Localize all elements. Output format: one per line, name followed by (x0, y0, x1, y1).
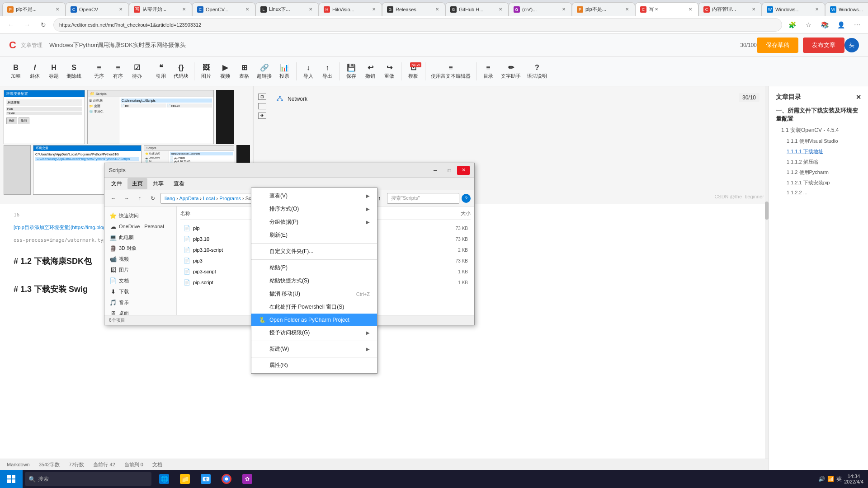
back-button[interactable]: ← (5, 19, 17, 31)
fe-sidebar-pictures[interactable]: 🖼 图片 (107, 264, 174, 275)
fe-back-btn[interactable]: ← (108, 193, 119, 204)
outline-close-btn[interactable]: ✕ (856, 94, 861, 101)
scroll-thumb[interactable] (765, 202, 769, 220)
outline-item-h3-3[interactable]: 1.1.2 使用Pycharm (776, 169, 861, 176)
outline-item-h1[interactable]: 一、所需文件下载安装及环境变量配置 (776, 107, 861, 123)
fe-help-btn[interactable]: ? (462, 194, 471, 203)
fe-sidebar-documents[interactable]: 📄 文档 (107, 275, 174, 286)
taskbar-search[interactable]: 🔍 搜索 (25, 472, 151, 486)
fe-sidebar-music[interactable]: 🎵 音乐 (107, 297, 174, 308)
taskbar-app-mail[interactable]: 📧 (195, 470, 216, 488)
fe-sidebar-this-pc[interactable]: 💻 此电脑 (107, 232, 174, 243)
toolbar-link[interactable]: 🔗 超链接 (254, 61, 274, 81)
article-title[interactable]: Windows下Python调用海康SDK实时显示网络摄像头 (49, 41, 186, 49)
fe-path-appdata[interactable]: AppData (179, 196, 198, 201)
fe-path-programs[interactable]: Programs (219, 196, 241, 201)
taskbar-clock[interactable]: 14:34 2022/4/4 (844, 474, 863, 484)
save-draft-button[interactable]: 保存草稿 (757, 38, 798, 53)
ctx-item-new[interactable]: 新建(W) ▶ (251, 343, 377, 356)
toolbar-strikethrough[interactable]: S 删除线 (64, 62, 84, 81)
tab-hik[interactable]: H HikVisio... ✕ (319, 2, 382, 16)
tab-win2[interactable]: W Windows... ✕ (825, 2, 868, 16)
tab-close[interactable]: ✕ (814, 6, 820, 13)
toolbar-italic[interactable]: I 斜体 (26, 62, 44, 81)
start-button[interactable] (0, 470, 23, 488)
tab-close[interactable]: ✕ (181, 6, 187, 13)
tab-editor-active[interactable]: C 写 × ✕ (635, 2, 698, 16)
ctx-item-paste[interactable]: 粘贴(P) (251, 261, 377, 274)
fe-sidebar-downloads[interactable]: ⬇ 下载 (107, 286, 174, 297)
forward-button[interactable]: → (21, 19, 33, 31)
toolbar-writing-assist[interactable]: ✏ 文字助手 (498, 61, 524, 81)
outline-item-h3-1[interactable]: 1.1.1 使用Visual Studio (776, 138, 861, 145)
tab-github[interactable]: G GitHub H... ✕ (445, 2, 509, 16)
fe-sidebar-onedrive[interactable]: ☁ OneDrive - Personal (107, 221, 174, 232)
toolbar-code[interactable]: {} 代码块 (171, 62, 191, 81)
fe-close-btn[interactable]: ✕ (457, 166, 470, 175)
tab-close[interactable]: ✕ (307, 6, 314, 13)
tab-opencv1[interactable]: C OpenCV ✕ (66, 2, 129, 16)
taskbar-app-browser-edge[interactable]: 🌐 (154, 470, 175, 488)
toolbar-quote[interactable]: ❝ 引用 (152, 61, 170, 81)
ctx-item-customize[interactable]: 自定义文件夹(F)... (251, 245, 377, 258)
ctx-item-paste-shortcut[interactable]: 粘贴快捷方式(S) (251, 274, 377, 287)
settings-button[interactable]: ⋯ (851, 19, 863, 31)
ctx-item-pycharm[interactable]: 🐍 Open Folder as PyCharm Project (251, 314, 377, 326)
taskbar-app-file-explorer[interactable]: 📁 (175, 470, 195, 488)
tab-close[interactable]: ✕ (118, 6, 124, 13)
tab-close[interactable]: ✕ (54, 6, 61, 13)
ctx-item-refresh[interactable]: 刷新(E) (251, 229, 377, 242)
fe-path-local[interactable]: Local (203, 196, 215, 201)
tab-close[interactable]: ✕ (497, 6, 504, 13)
volume-icon[interactable]: 🔊 (818, 476, 825, 482)
toolbar-syntax[interactable]: ? 语法说明 (524, 62, 550, 81)
toolbar-template[interactable]: ⊡ 模板 NEW (404, 61, 422, 81)
toolbar-rich-editor[interactable]: ≡ 使用富文本编辑器 (428, 62, 473, 81)
tab-pip2[interactable]: P pip不是... ✕ (572, 2, 635, 16)
fe-sidebar-quick-access[interactable]: ⭐ 快速访问 (107, 210, 174, 221)
tab-misc[interactable]: ✿ (ο'ν')... ✕ (509, 2, 572, 16)
scroll-bar[interactable] (765, 86, 769, 470)
favorites-button[interactable]: ☆ (802, 19, 815, 31)
outline-item-h3-5[interactable]: 1.1.2.2 ... (776, 190, 861, 195)
ctx-item-view[interactable]: 查看(V) ▶ (251, 189, 377, 202)
toolbar-redo[interactable]: ↪ 重做 (380, 61, 398, 81)
toolbar-ordered[interactable]: ≡ 有序 (109, 62, 127, 81)
taskbar-app-misc2[interactable]: ✿ (237, 470, 258, 488)
tab-close[interactable]: ✕ (624, 6, 630, 13)
tab-linux[interactable]: L Linux下... ✕ (255, 2, 319, 16)
toolbar-export[interactable]: ↑ 导出 (318, 62, 336, 81)
toolbar-vote[interactable]: 📊 投票 (275, 61, 293, 81)
toolbar-bold[interactable]: B 加粗 (7, 62, 25, 81)
user-avatar[interactable]: 头 (844, 38, 859, 52)
tab-content-mgr[interactable]: C 内容管理... ✕ (698, 2, 762, 16)
fe-sidebar-desktop[interactable]: 🖥 桌面 (107, 308, 174, 315)
fe-menu-file[interactable]: 文件 (107, 178, 127, 189)
fe-sidebar-video[interactable]: 📹 视频 (107, 253, 174, 264)
fe-menu-share[interactable]: 共享 (148, 178, 168, 189)
hub-button[interactable]: 📚 (818, 19, 831, 31)
toolbar-import[interactable]: ↓ 导入 (299, 62, 317, 81)
fe-maximize-btn[interactable]: □ (443, 166, 456, 175)
tab-pip1[interactable]: P pip不是... ✕ (2, 2, 66, 16)
tab-releases[interactable]: G Releases ✕ (382, 2, 445, 16)
toolbar-todo[interactable]: ☑ 待办 (128, 61, 146, 81)
fe-menu-home[interactable]: 主页 (127, 178, 147, 189)
ctx-item-properties[interactable]: 属性(R) (251, 359, 377, 372)
taskbar-app-chrome[interactable] (216, 470, 237, 488)
publish-button[interactable]: 发布文章 (803, 38, 844, 53)
fe-forward-btn[interactable]: → (121, 193, 132, 204)
tab-write1[interactable]: 写 从零开始... ✕ (129, 2, 192, 16)
refresh-button[interactable]: ↻ (37, 19, 50, 31)
toolbar-undo[interactable]: ↩ 撤销 (361, 61, 379, 81)
fe-path-liang[interactable]: liang (165, 196, 175, 201)
tab-close[interactable]: ✕ (561, 6, 567, 13)
tab-close[interactable]: ✕ (750, 6, 757, 13)
tab-close[interactable]: ✕ (371, 6, 377, 13)
outline-item-h3-link[interactable]: 1.1.1.1 下载地址 (776, 148, 861, 155)
outline-item-h3-4[interactable]: 1.1.2.1 下载安装pip (776, 179, 861, 186)
fe-up-btn[interactable]: ↑ (134, 193, 145, 204)
tab-close[interactable]: ✕ (434, 6, 440, 13)
extensions-button[interactable]: 🧩 (786, 19, 798, 31)
toolbar-image[interactable]: 🖼 图片 (197, 62, 215, 81)
